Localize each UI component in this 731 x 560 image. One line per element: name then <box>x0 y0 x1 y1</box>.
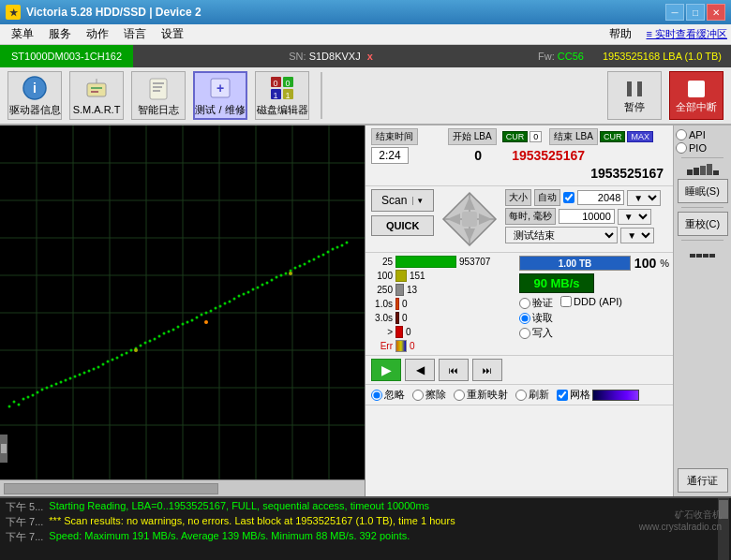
nav-center-button[interactable] <box>460 210 479 228</box>
svg-point-40 <box>8 405 11 408</box>
erase-option: 擦除 <box>412 388 446 402</box>
log-button[interactable]: 智能日志 <box>131 71 186 120</box>
stat-row-gt: > 0 <box>369 326 519 338</box>
sn-label: SN: <box>289 51 306 62</box>
minimize-button[interactable]: ─ <box>665 4 684 21</box>
stop-button[interactable]: 全部中断 <box>669 71 724 120</box>
speed-display: 90 MB/s <box>519 273 594 293</box>
nav-down-button[interactable] <box>460 227 479 245</box>
end-arrow-select[interactable]: ▼ <box>620 228 654 243</box>
pause-button[interactable]: 暂停 <box>607 71 662 120</box>
svg-point-113 <box>134 348 138 352</box>
maximize-button[interactable]: □ <box>686 4 705 21</box>
end-lba-label: 结束 LBA <box>549 128 598 145</box>
grid-checkbox[interactable] <box>557 390 568 401</box>
scan-button[interactable]: Scan ▼ <box>371 189 434 212</box>
svg-point-99 <box>285 273 288 275</box>
svg-point-57 <box>88 370 91 373</box>
editor-icon: 0 1 0 1 <box>269 75 295 101</box>
api-radio[interactable] <box>676 129 687 140</box>
titlebar-left: ★ Victoria 5.28 HDD/SSD | Device 2 <box>6 5 201 20</box>
size-input[interactable] <box>577 190 624 205</box>
log-scrollbar[interactable] <box>718 498 729 560</box>
info-button[interactable]: i 驱动器信息 <box>7 71 62 120</box>
menu-action[interactable]: 动作 <box>79 24 116 44</box>
svg-point-74 <box>168 331 171 333</box>
nav-right-button[interactable] <box>477 210 496 228</box>
end-select[interactable]: 测试结束 <box>505 227 618 243</box>
bar2-1 <box>690 254 695 258</box>
ddd-checkbox[interactable] <box>560 296 572 307</box>
sn-close-icon[interactable]: x <box>367 51 373 62</box>
sidebar-sep2 <box>681 207 724 208</box>
svg-point-78 <box>186 321 189 324</box>
smart-button[interactable]: S.M.A.R.T <box>69 71 124 120</box>
auto-checkbox[interactable] <box>563 192 574 203</box>
time-input[interactable]: 2:24 <box>371 147 409 164</box>
nav-left-button[interactable] <box>443 210 462 228</box>
pio-radio[interactable] <box>676 142 687 154</box>
svg-rect-22 <box>688 81 705 97</box>
svg-point-43 <box>22 398 25 401</box>
menu-service[interactable]: 服务 <box>41 24 79 44</box>
progress-row: 1.00 TB 100 % <box>519 256 669 271</box>
log-time-2: 下午 7... <box>6 515 43 529</box>
cert-button[interactable]: 通行证 <box>678 468 728 493</box>
menu-settings[interactable]: 设置 <box>154 24 191 44</box>
nav-up-button[interactable] <box>460 193 479 212</box>
sleep-button[interactable]: 睡眠(S) <box>678 179 728 203</box>
svg-point-70 <box>149 340 152 343</box>
read-label-item: 读取 <box>519 311 553 325</box>
stat-25-label: 25 <box>369 257 393 267</box>
skip-prev-button[interactable]: ⏮ <box>439 359 469 381</box>
level-bars <box>687 162 719 175</box>
drive-model-tab[interactable]: ST1000DM003-1CH162 <box>0 45 133 67</box>
stat-row-250: 250 13 <box>369 284 519 296</box>
scan-dropdown-arrow[interactable]: ▼ <box>412 197 424 205</box>
svg-point-89 <box>238 295 241 298</box>
time-unit-select[interactable]: ▼ <box>618 209 651 225</box>
time-row: 每时, 毫秒 ▼ <box>505 208 661 225</box>
stat-row-25: 25 953707 <box>369 256 519 268</box>
reset-button[interactable]: 重校(C) <box>678 212 728 236</box>
time-option-input[interactable] <box>559 209 615 224</box>
rewind-button[interactable]: ◀ <box>405 359 435 381</box>
svg-point-98 <box>280 274 283 277</box>
sidebar-sep3 <box>681 240 724 241</box>
refresh-radio[interactable] <box>515 390 527 401</box>
stats-left: 25 953707 100 151 250 13 1 <box>369 256 519 352</box>
log-scrollbar-thumb[interactable] <box>719 500 728 519</box>
test-button[interactable]: + 测试 / 维修 <box>193 71 247 120</box>
svg-point-49 <box>51 385 53 388</box>
size-unit-select[interactable]: ▼ <box>627 190 661 206</box>
content-wrapper: 结束时间 开始 LBA CUR 0 结束 LBA CUR MAX 2:24 0 … <box>0 125 731 496</box>
svg-rect-9 <box>153 90 160 92</box>
lba-row3: 1953525167 <box>371 166 667 181</box>
menu-language[interactable]: 语言 <box>116 24 154 44</box>
menu-file[interactable]: 菜单 <box>4 24 41 44</box>
pio-option: PIO <box>676 142 729 154</box>
quick-button[interactable]: QUICK <box>371 215 434 236</box>
close-button[interactable]: ✕ <box>707 4 725 21</box>
write-radio[interactable] <box>519 328 530 339</box>
stat-err-value: 0 <box>410 341 415 351</box>
skip-next-button[interactable]: ⏭ <box>472 359 502 381</box>
stat-3s-value: 0 <box>402 313 408 323</box>
menu-help[interactable]: 帮助 <box>602 24 639 44</box>
pause-button-label: 暂停 <box>624 100 645 114</box>
remap-radio[interactable] <box>454 390 465 401</box>
ignore-radio[interactable] <box>371 390 382 401</box>
realtime-button[interactable]: ≡ 实时查看缓冲区 <box>647 27 727 41</box>
editor-button[interactable]: 0 1 0 1 磁盘编辑器 <box>255 71 309 120</box>
svg-point-76 <box>177 326 180 329</box>
stat-1s-label: 1.0s <box>369 299 393 309</box>
svg-point-108 <box>327 251 330 254</box>
graph-scrollbar[interactable] <box>0 479 365 496</box>
drivebar: ST1000DM003-1CH162 SN: S1D8KVXJ x Fw: CC… <box>0 45 731 67</box>
erase-radio[interactable] <box>412 390 424 401</box>
lba-row1: 结束时间 开始 LBA CUR 0 结束 LBA CUR MAX <box>371 128 667 145</box>
scrollbar-thumb[interactable] <box>4 483 218 494</box>
play-button[interactable]: ▶ <box>371 359 401 381</box>
read-radio[interactable] <box>519 313 530 324</box>
verify-radio[interactable] <box>519 298 530 309</box>
